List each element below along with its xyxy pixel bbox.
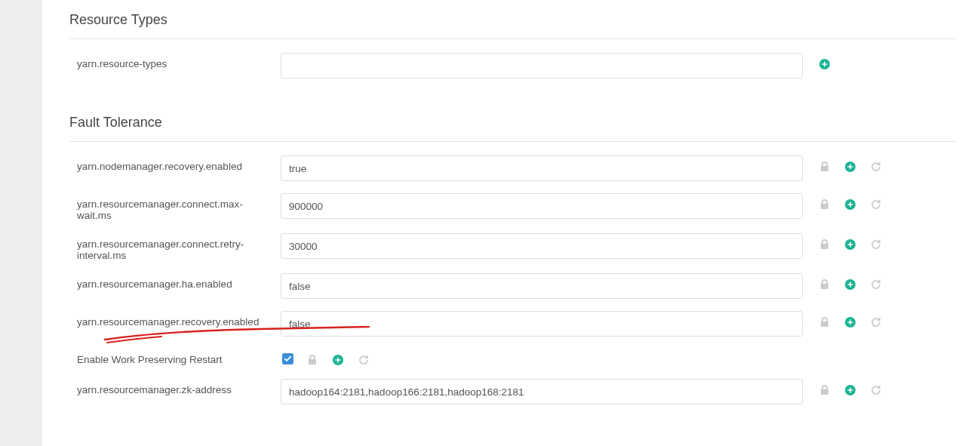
rm-zk-address-input[interactable] xyxy=(281,379,803,404)
config-label: yarn.resourcemanager.recovery.enabled xyxy=(69,311,281,328)
config-row: yarn.resourcemanager.ha.enabled xyxy=(69,273,957,299)
config-row-resource-types: yarn.resource-types xyxy=(69,53,957,78)
config-row: yarn.nodemanager.recovery.enabled xyxy=(69,155,957,181)
config-row: yarn.resourcemanager.zk-address xyxy=(69,379,957,404)
config-label: yarn.resourcemanager.ha.enabled xyxy=(69,273,281,290)
resource-types-input[interactable] xyxy=(281,53,803,78)
config-label: yarn.resource-types xyxy=(69,53,281,69)
rm-recovery-enabled-input[interactable] xyxy=(281,311,803,337)
add-icon[interactable] xyxy=(843,160,857,174)
config-label: yarn.resourcemanager.zk-address xyxy=(69,379,281,395)
add-icon[interactable] xyxy=(843,315,857,329)
config-row: yarn.resourcemanager.recovery.enabled xyxy=(69,311,957,337)
lock-icon[interactable] xyxy=(818,278,831,291)
section-divider xyxy=(69,141,957,142)
left-rail xyxy=(0,0,42,446)
lock-icon[interactable] xyxy=(306,353,319,367)
lock-icon[interactable] xyxy=(818,315,831,329)
config-label: yarn.nodemanager.recovery.enabled xyxy=(69,155,281,172)
rm-ha-enabled-input[interactable] xyxy=(281,273,803,299)
rm-connect-retry-interval-input[interactable] xyxy=(281,233,803,259)
config-row: yarn.resourcemanager.connect.retry-inter… xyxy=(69,233,957,261)
add-icon[interactable] xyxy=(843,198,857,211)
section-divider xyxy=(69,38,957,39)
refresh-icon[interactable] xyxy=(869,238,883,251)
config-row-work-preserving: Enable Work Preserving Restart xyxy=(69,349,957,367)
add-icon[interactable] xyxy=(818,57,831,71)
add-icon[interactable] xyxy=(843,238,857,251)
config-label: Enable Work Preserving Restart xyxy=(69,349,281,365)
refresh-icon[interactable] xyxy=(869,315,883,329)
add-icon[interactable] xyxy=(843,278,857,291)
refresh-icon[interactable] xyxy=(357,353,370,367)
rm-connect-max-wait-input[interactable] xyxy=(281,193,803,219)
nm-recovery-enabled-input[interactable] xyxy=(281,155,803,181)
add-icon[interactable] xyxy=(843,383,857,397)
refresh-icon[interactable] xyxy=(869,278,883,291)
config-row: yarn.resourcemanager.connect.max-wait.ms xyxy=(69,193,957,221)
lock-icon[interactable] xyxy=(818,160,831,174)
config-content: Resource Types yarn.resource-types Fault… xyxy=(42,0,980,446)
lock-icon[interactable] xyxy=(818,238,831,251)
refresh-icon[interactable] xyxy=(869,198,883,211)
config-label: yarn.resourcemanager.connect.max-wait.ms xyxy=(69,193,281,221)
add-icon[interactable] xyxy=(331,353,345,367)
refresh-icon[interactable] xyxy=(869,160,883,174)
section-title-resource-types: Resource Types xyxy=(69,12,957,28)
config-label: yarn.resourcemanager.connect.retry-inter… xyxy=(69,233,281,261)
section-title-fault-tolerance: Fault Tolerance xyxy=(69,115,957,131)
lock-icon[interactable] xyxy=(818,198,831,211)
refresh-icon[interactable] xyxy=(869,383,883,397)
work-preserving-checkbox[interactable] xyxy=(282,353,293,367)
lock-icon[interactable] xyxy=(818,383,831,397)
